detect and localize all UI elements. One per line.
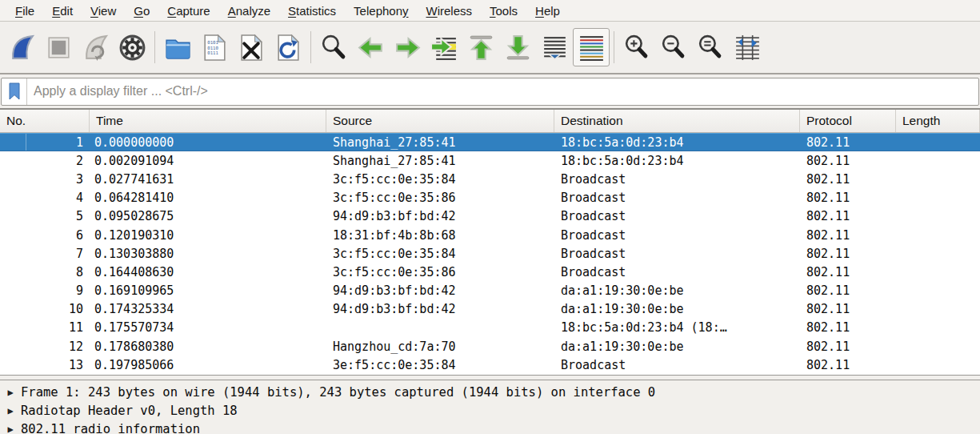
reload-file-button[interactable]: [270, 28, 306, 66]
folder-icon: [163, 33, 193, 62]
menu-item-telephony[interactable]: Telephony: [345, 2, 417, 19]
expand-arrow-icon[interactable]: ▶: [0, 424, 21, 434]
capture-options-button[interactable]: [114, 28, 150, 66]
menu-item-file[interactable]: File: [6, 2, 43, 19]
expand-arrow-icon[interactable]: ▶: [0, 405, 21, 416]
packet-row[interactable]: 80.1644086303c:f5:cc:0e:35:86 Broadcast8…: [0, 263, 980, 281]
auto-scroll-icon: [540, 33, 570, 62]
detail-tree-line[interactable]: ▶ Radiotap Header v0, Length 18: [0, 401, 980, 420]
detail-tree-line[interactable]: ▶ Frame 1: 243 bytes on wire (1944 bits)…: [0, 383, 980, 401]
menu-item-help[interactable]: Help: [526, 2, 569, 19]
go-first-packet-button[interactable]: [462, 28, 499, 66]
menu-item-analyze[interactable]: Analyze: [219, 2, 279, 19]
zoom-out-button[interactable]: [655, 28, 692, 66]
column-header-source[interactable]: Source: [326, 110, 554, 132]
close-document-icon: [237, 33, 266, 62]
display-filter-box: [1, 78, 979, 106]
reload-document-icon: [274, 33, 303, 62]
packet-list-header: No. Time Source Destination Protocol Len…: [0, 110, 980, 133]
packet-row[interactable]: 30.0277416313c:f5:cc:0e:35:84 Broadcast8…: [0, 170, 980, 188]
zoom-100-icon: [696, 33, 726, 62]
svg-text:0111: 0111: [207, 50, 218, 54]
menu-item-view[interactable]: View: [82, 2, 125, 19]
resize-columns-button[interactable]: [729, 28, 766, 66]
back-arrow-icon: [356, 33, 386, 62]
column-header-destination[interactable]: Destination: [554, 110, 800, 132]
colorize-button[interactable]: [573, 28, 610, 66]
menu-item-statistics[interactable]: Statistics: [279, 2, 345, 19]
auto-scroll-button[interactable]: [536, 28, 573, 66]
toolbar-separator: [614, 31, 614, 63]
menu-item-tools[interactable]: Tools: [481, 2, 526, 19]
svg-text:0101: 0101: [207, 40, 218, 45]
save-document-icon: 0101 0110 0111: [200, 33, 230, 62]
packet-row[interactable]: 70.1303038803c:f5:cc:0e:35:84 Broadcast8…: [0, 244, 980, 263]
open-file-button[interactable]: [159, 28, 196, 66]
go-last-packet-button[interactable]: [499, 28, 536, 66]
main-toolbar: 0101 0110 0111: [0, 22, 980, 74]
menu-bar: FileEditViewGoCaptureAnalyzeStatisticsTe…: [0, 0, 980, 22]
packet-list: 10.000000000Shanghai_27:85:41 18:bc:5a:0…: [0, 133, 980, 375]
stop-capture-button[interactable]: [40, 28, 77, 66]
column-header-protocol[interactable]: Protocol: [800, 110, 896, 132]
go-to-packet-button[interactable]: [426, 28, 462, 66]
toolbar-separator: [310, 31, 311, 63]
magnifier-icon: [319, 33, 349, 62]
packet-row[interactable]: 90.16910996594:d9:b3:bf:bd:42 da:a1:19:3…: [0, 282, 980, 300]
column-header-time[interactable]: Time: [90, 110, 326, 132]
menu-item-go[interactable]: Go: [125, 2, 158, 19]
toolbar-separator: [154, 31, 155, 63]
packet-row[interactable]: 60.12019031018:31:bf:4b:8b:68 Broadcast8…: [0, 226, 980, 244]
zoom-100-button[interactable]: [692, 28, 729, 66]
menu-item-capture[interactable]: Capture: [158, 2, 218, 19]
save-file-button[interactable]: 0101 0110 0111: [196, 28, 233, 66]
find-packet-button[interactable]: [315, 28, 352, 66]
restart-capture-button[interactable]: [77, 28, 114, 66]
packet-row[interactable]: 110.175570734 18:bc:5a:0d:23:b4 (18:…802…: [0, 319, 980, 337]
shark-fin-start-icon: [7, 33, 37, 62]
packet-row[interactable]: 40.0642814103c:f5:cc:0e:35:86 Broadcast8…: [0, 189, 980, 207]
menu-item-edit[interactable]: Edit: [43, 2, 82, 19]
bookmark-icon[interactable]: [2, 78, 27, 105]
last-packet-icon: [503, 33, 533, 62]
expand-arrow-icon[interactable]: ▶: [0, 387, 21, 398]
packet-row[interactable]: 120.178680380Hangzhou_cd:7a:70 da:a1:19:…: [0, 337, 980, 356]
close-file-button[interactable]: [233, 28, 270, 66]
packet-row[interactable]: 10.000000000Shanghai_27:85:41 18:bc:5a:0…: [0, 133, 980, 151]
svg-text:0110: 0110: [207, 45, 218, 50]
packet-row[interactable]: 20.002091094Shanghai_27:85:41 18:bc:5a:0…: [0, 151, 980, 170]
column-header-length[interactable]: Length: [896, 110, 980, 132]
menu-item-wireless[interactable]: Wireless: [418, 2, 482, 19]
resize-columns-icon: [733, 33, 762, 62]
packet-row[interactable]: 100.17432533494:d9:b3:bf:bd:42 da:a1:19:…: [0, 300, 980, 319]
colorize-icon: [577, 33, 606, 62]
gear-icon: [118, 33, 147, 62]
packet-row[interactable]: 130.1979850663e:f5:cc:0e:35:84 Broadcast…: [0, 356, 980, 374]
packet-detail-pane: ▶ Frame 1: 243 bytes on wire (1944 bits)…: [0, 380, 980, 430]
column-header-no[interactable]: No.: [0, 110, 90, 132]
zoom-out-icon: [659, 33, 689, 62]
detail-tree-line[interactable]: ▶ 802.11 radio information: [0, 420, 980, 434]
forward-arrow-icon: [393, 33, 422, 62]
go-back-button[interactable]: [352, 28, 389, 66]
filter-bar: [0, 74, 980, 110]
start-capture-button[interactable]: [3, 28, 40, 66]
shark-fin-restart-icon: [81, 33, 110, 62]
packet-row[interactable]: 50.09502867594:d9:b3:bf:bd:42 Broadcast8…: [0, 207, 980, 226]
goto-packet-icon: [430, 33, 459, 62]
stop-square-icon: [44, 33, 74, 62]
pane-splitter[interactable]: [0, 375, 980, 380]
display-filter-input[interactable]: [27, 78, 978, 105]
zoom-in-icon: [622, 33, 652, 62]
zoom-in-button[interactable]: [618, 28, 655, 66]
go-forward-button[interactable]: [389, 28, 426, 66]
first-packet-icon: [466, 33, 496, 62]
